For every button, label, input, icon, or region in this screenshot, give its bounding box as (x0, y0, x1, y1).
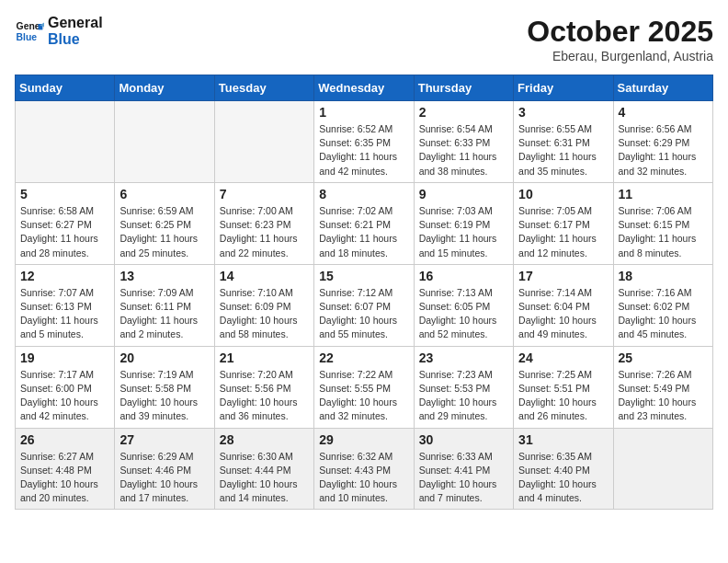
day-number: 31 (518, 432, 608, 447)
day-info: Sunrise: 6:59 AM Sunset: 6:25 PM Dayligh… (119, 204, 209, 260)
weekday-header-wednesday: Wednesday (314, 75, 414, 101)
day-number: 12 (20, 269, 109, 283)
week-row-4: 19Sunrise: 7:17 AM Sunset: 6:00 PM Dayli… (16, 346, 713, 428)
day-number: 27 (119, 432, 209, 447)
logo-blue: Blue (48, 31, 103, 48)
logo-icon: General Blue (15, 17, 44, 46)
day-cell: 19Sunrise: 7:17 AM Sunset: 6:00 PM Dayli… (16, 346, 115, 428)
day-info: Sunrise: 6:35 AM Sunset: 4:40 PM Dayligh… (518, 450, 608, 506)
day-number: 9 (419, 187, 508, 201)
day-number: 6 (119, 187, 209, 201)
day-info: Sunrise: 6:54 AM Sunset: 6:33 PM Dayligh… (419, 122, 508, 178)
day-info: Sunrise: 6:29 AM Sunset: 4:46 PM Dayligh… (119, 450, 209, 506)
day-cell: 28Sunrise: 6:30 AM Sunset: 4:44 PM Dayli… (214, 428, 313, 510)
day-cell: 25Sunrise: 7:26 AM Sunset: 5:49 PM Dayli… (613, 346, 712, 428)
day-number: 7 (220, 187, 309, 201)
day-info: Sunrise: 7:17 AM Sunset: 6:00 PM Dayligh… (20, 368, 109, 424)
day-number: 10 (518, 187, 608, 201)
day-cell: 30Sunrise: 6:33 AM Sunset: 4:41 PM Dayli… (414, 428, 513, 510)
day-info: Sunrise: 7:19 AM Sunset: 5:58 PM Dayligh… (119, 368, 209, 424)
day-info: Sunrise: 7:03 AM Sunset: 6:19 PM Dayligh… (419, 204, 508, 260)
day-info: Sunrise: 7:12 AM Sunset: 6:07 PM Dayligh… (319, 286, 408, 342)
weekday-header-friday: Friday (514, 75, 613, 101)
day-number: 17 (518, 269, 608, 283)
weekday-header-sunday: Sunday (16, 75, 115, 101)
weekday-header-row: SundayMondayTuesdayWednesdayThursdayFrid… (16, 75, 713, 101)
day-cell: 23Sunrise: 7:23 AM Sunset: 5:53 PM Dayli… (414, 346, 513, 428)
day-info: Sunrise: 7:25 AM Sunset: 5:51 PM Dayligh… (518, 368, 608, 424)
day-cell: 3Sunrise: 6:55 AM Sunset: 6:31 PM Daylig… (514, 101, 613, 183)
day-number: 11 (619, 187, 708, 201)
day-info: Sunrise: 7:00 AM Sunset: 6:23 PM Dayligh… (220, 204, 309, 260)
day-number: 4 (619, 105, 708, 120)
weekday-header-tuesday: Tuesday (214, 75, 313, 101)
day-cell: 22Sunrise: 7:22 AM Sunset: 5:55 PM Dayli… (314, 346, 414, 428)
title-block: October 2025 Eberau, Burgenland, Austria (527, 15, 713, 63)
day-number: 30 (419, 432, 508, 447)
day-cell (613, 428, 712, 510)
day-info: Sunrise: 7:20 AM Sunset: 5:56 PM Dayligh… (220, 368, 309, 424)
day-info: Sunrise: 7:13 AM Sunset: 6:05 PM Dayligh… (419, 286, 508, 342)
logo-general: General (48, 15, 103, 31)
day-cell: 27Sunrise: 6:29 AM Sunset: 4:46 PM Dayli… (115, 428, 214, 510)
day-info: Sunrise: 6:52 AM Sunset: 6:35 PM Dayligh… (319, 122, 408, 178)
week-row-3: 12Sunrise: 7:07 AM Sunset: 6:13 PM Dayli… (16, 264, 713, 346)
day-info: Sunrise: 6:27 AM Sunset: 4:48 PM Dayligh… (20, 450, 109, 506)
day-cell: 18Sunrise: 7:16 AM Sunset: 6:02 PM Dayli… (613, 264, 712, 346)
day-info: Sunrise: 6:56 AM Sunset: 6:29 PM Dayligh… (619, 122, 708, 178)
day-info: Sunrise: 7:05 AM Sunset: 6:17 PM Dayligh… (518, 204, 608, 260)
day-info: Sunrise: 7:09 AM Sunset: 6:11 PM Dayligh… (119, 286, 209, 342)
month-year: October 2025 (527, 15, 713, 49)
day-number: 25 (619, 350, 708, 365)
day-number: 8 (319, 187, 408, 201)
day-cell: 11Sunrise: 7:06 AM Sunset: 6:15 PM Dayli… (613, 182, 712, 264)
week-row-1: 1Sunrise: 6:52 AM Sunset: 6:35 PM Daylig… (16, 101, 713, 183)
day-cell: 10Sunrise: 7:05 AM Sunset: 6:17 PM Dayli… (514, 182, 613, 264)
day-number: 1 (319, 105, 408, 120)
day-info: Sunrise: 7:16 AM Sunset: 6:02 PM Dayligh… (619, 286, 708, 342)
week-row-2: 5Sunrise: 6:58 AM Sunset: 6:27 PM Daylig… (16, 182, 713, 264)
day-number: 22 (319, 350, 408, 365)
day-cell: 29Sunrise: 6:32 AM Sunset: 4:43 PM Dayli… (314, 428, 414, 510)
day-cell: 15Sunrise: 7:12 AM Sunset: 6:07 PM Dayli… (314, 264, 414, 346)
day-number: 28 (220, 432, 309, 447)
page-header: General Blue General Blue October 2025 E… (15, 15, 713, 63)
weekday-header-monday: Monday (115, 75, 214, 101)
day-cell: 9Sunrise: 7:03 AM Sunset: 6:19 PM Daylig… (414, 182, 513, 264)
day-cell: 1Sunrise: 6:52 AM Sunset: 6:35 PM Daylig… (314, 101, 414, 183)
logo: General Blue General Blue (15, 15, 103, 47)
day-cell: 4Sunrise: 6:56 AM Sunset: 6:29 PM Daylig… (613, 101, 712, 183)
day-number: 15 (319, 269, 408, 283)
day-info: Sunrise: 6:55 AM Sunset: 6:31 PM Dayligh… (518, 122, 608, 178)
day-info: Sunrise: 7:14 AM Sunset: 6:04 PM Dayligh… (518, 286, 608, 342)
svg-text:Blue: Blue (17, 31, 38, 41)
day-cell: 13Sunrise: 7:09 AM Sunset: 6:11 PM Dayli… (115, 264, 214, 346)
day-number: 24 (518, 350, 608, 365)
calendar-table: SundayMondayTuesdayWednesdayThursdayFrid… (15, 75, 713, 510)
week-row-5: 26Sunrise: 6:27 AM Sunset: 4:48 PM Dayli… (16, 428, 713, 510)
day-cell: 16Sunrise: 7:13 AM Sunset: 6:05 PM Dayli… (414, 264, 513, 346)
day-number: 19 (20, 350, 109, 365)
day-number: 5 (20, 187, 109, 201)
day-cell: 24Sunrise: 7:25 AM Sunset: 5:51 PM Dayli… (514, 346, 613, 428)
day-info: Sunrise: 7:10 AM Sunset: 6:09 PM Dayligh… (220, 286, 309, 342)
day-number: 14 (220, 269, 309, 283)
day-info: Sunrise: 7:06 AM Sunset: 6:15 PM Dayligh… (619, 204, 708, 260)
day-cell (115, 101, 214, 183)
day-number: 26 (20, 432, 109, 447)
location: Eberau, Burgenland, Austria (527, 49, 713, 63)
day-cell: 17Sunrise: 7:14 AM Sunset: 6:04 PM Dayli… (514, 264, 613, 346)
day-number: 16 (419, 269, 508, 283)
day-info: Sunrise: 7:23 AM Sunset: 5:53 PM Dayligh… (419, 368, 508, 424)
day-info: Sunrise: 7:26 AM Sunset: 5:49 PM Dayligh… (619, 368, 708, 424)
weekday-header-thursday: Thursday (414, 75, 513, 101)
day-cell (214, 101, 313, 183)
day-number: 13 (119, 269, 209, 283)
day-cell: 6Sunrise: 6:59 AM Sunset: 6:25 PM Daylig… (115, 182, 214, 264)
day-info: Sunrise: 6:30 AM Sunset: 4:44 PM Dayligh… (220, 450, 309, 506)
day-info: Sunrise: 7:07 AM Sunset: 6:13 PM Dayligh… (20, 286, 109, 342)
day-number: 21 (220, 350, 309, 365)
day-number: 20 (119, 350, 209, 365)
day-info: Sunrise: 7:02 AM Sunset: 6:21 PM Dayligh… (319, 204, 408, 260)
day-cell: 2Sunrise: 6:54 AM Sunset: 6:33 PM Daylig… (414, 101, 513, 183)
